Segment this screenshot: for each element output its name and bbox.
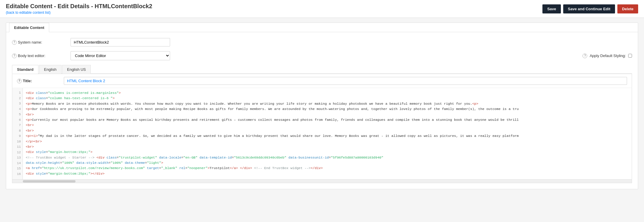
system-name-help-icon[interactable]: ? <box>12 40 17 45</box>
body-text-editor-row: ? Body text editor: Code Mirror Editor ?… <box>12 51 632 60</box>
delete-button[interactable]: Delete <box>617 4 638 13</box>
scrollbar-thumb[interactable] <box>23 180 76 183</box>
body-text-editor-label: ? Body text editor: <box>12 54 71 58</box>
system-name-label: ? System name: <box>12 40 71 45</box>
main-panel: Editable Content ? System name: ? Body t… <box>6 23 638 189</box>
lang-tabs: Standard English English US <box>12 65 632 74</box>
code-content[interactable]: <div class="columns is-centered is-margi… <box>23 88 632 179</box>
lang-tab-english[interactable]: English <box>39 65 61 74</box>
top-bar: Editable Content - Edit Details - HTMLCo… <box>0 0 644 18</box>
system-name-row: ? System name: <box>12 38 632 47</box>
lang-tab-standard[interactable]: Standard <box>12 65 38 74</box>
body-text-editor-help-icon[interactable]: ? <box>12 54 17 58</box>
back-link[interactable]: (back to editable content list) <box>6 11 152 15</box>
panel-tab-header: Editable Content <box>6 23 638 32</box>
lang-tab-english-us[interactable]: English US <box>62 65 91 74</box>
horizontal-scrollbar[interactable] <box>12 179 632 183</box>
save-continue-button[interactable]: Save and Continue Edit <box>563 4 615 13</box>
title-label: ? Title: <box>17 79 64 83</box>
page-title: Editable Content - Edit Details - HTMLCo… <box>6 3 152 10</box>
system-name-input[interactable] <box>71 38 170 47</box>
body-text-editor-select[interactable]: Code Mirror Editor <box>71 51 170 60</box>
content-section: ? Title: 12345 678910 1112131415 16 <box>12 74 632 183</box>
top-bar-left: Editable Content - Edit Details - HTMLCo… <box>6 3 152 15</box>
line-numbers: 12345 678910 1112131415 16 <box>12 88 23 179</box>
apply-styling-label: Apply Default Styling: <box>590 54 626 58</box>
panel-body: ? System name: ? Body text editor: Code … <box>6 32 638 189</box>
editable-content-tab[interactable]: Editable Content <box>9 23 49 32</box>
main-content: Editable Content ? System name: ? Body t… <box>0 18 644 194</box>
title-row: ? Title: <box>12 74 632 88</box>
apply-styling-help-icon[interactable]: ? <box>583 54 587 58</box>
code-editor-inner: 12345 678910 1112131415 16 <div class="c… <box>12 88 632 179</box>
code-editor[interactable]: 12345 678910 1112131415 16 <div class="c… <box>12 88 632 183</box>
apply-styling-checkbox[interactable] <box>628 54 632 58</box>
apply-styling-section: ? Apply Default Styling: <box>583 54 632 58</box>
top-bar-right: Save Save and Continue Edit Delete <box>542 4 638 13</box>
title-input[interactable] <box>64 77 627 85</box>
title-help-icon[interactable]: ? <box>17 79 22 83</box>
save-button[interactable]: Save <box>542 4 561 13</box>
